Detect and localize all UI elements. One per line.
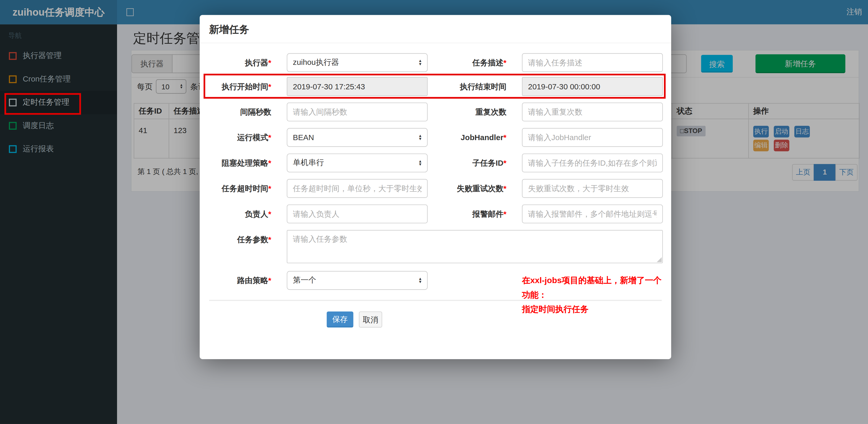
alarm-email-label: 报警邮件*	[429, 204, 506, 223]
glue-type-select[interactable]: BEAN ▲▼	[287, 128, 428, 147]
fail-retry-input[interactable]	[522, 179, 663, 198]
executor-select[interactable]: zuihou执行器 ▲▼	[287, 53, 428, 72]
start-time-input[interactable]	[287, 77, 428, 96]
block-strategy-label: 阻塞处理策略*	[200, 153, 271, 172]
job-handler-label: JobHandler*	[429, 128, 506, 147]
executor-label: 执行器*	[200, 53, 271, 72]
start-time-label: 执行开始时间*	[200, 77, 271, 96]
feature-note: 在xxl-jobs项目的基础上，新增了一个功能： 指定时间执行任务	[522, 273, 667, 317]
author-label: 负责人*	[200, 204, 271, 223]
route-strategy-label: 路由策略*	[200, 271, 271, 290]
child-job-id-label: 子任务ID*	[429, 153, 506, 172]
end-time-label: 执行结束时间	[429, 77, 506, 96]
select-caret-icon: ▲▼	[418, 134, 422, 141]
author-input[interactable]	[287, 204, 428, 223]
modal-footer-divider	[209, 300, 661, 301]
select-caret-icon: ▲▼	[418, 59, 422, 66]
resize-handle-icon[interactable]	[657, 257, 662, 262]
route-strategy-select[interactable]: 第一个 ▲▼	[287, 271, 428, 290]
add-task-modal: 新增任务 执行器* zuihou执行器 ▲▼ 任务描述* 执行开始时间* 执行结…	[200, 15, 671, 359]
timeout-input[interactable]	[287, 179, 428, 198]
job-desc-input[interactable]	[522, 53, 663, 72]
child-job-id-input[interactable]	[522, 153, 663, 172]
repeat-count-label: 重复次数	[429, 103, 506, 121]
timeout-label: 任务超时时间*	[200, 179, 271, 198]
repeat-count-input[interactable]	[522, 103, 663, 121]
job-param-textarea[interactable]	[287, 230, 663, 263]
select-caret-icon: ▲▼	[418, 277, 422, 284]
end-time-input[interactable]	[522, 77, 663, 96]
job-desc-label: 任务描述*	[429, 53, 506, 72]
modal-title: 新增任务	[209, 23, 249, 36]
job-handler-input[interactable]	[522, 128, 663, 147]
modal-header-divider	[200, 43, 671, 43]
fail-retry-label: 失败重试次数*	[429, 179, 506, 198]
feature-note-line2: 指定时间执行任务	[522, 302, 667, 317]
job-param-label: 任务参数*	[200, 230, 271, 249]
cancel-button[interactable]: 取消	[359, 312, 382, 328]
glue-type-label: 运行模式*	[200, 128, 271, 147]
interval-input[interactable]	[287, 103, 428, 121]
interval-label: 间隔秒数	[200, 103, 271, 121]
feature-note-line1: 在xxl-jobs项目的基础上，新增了一个功能：	[522, 273, 667, 302]
alarm-email-input[interactable]	[522, 204, 663, 223]
select-caret-icon: ▲▼	[418, 160, 422, 166]
save-button[interactable]: 保存	[327, 312, 353, 328]
app-stage: zuihou任务调度中心 注销 导航 执行器管理 Cron任务管理 定时任务管理…	[0, 0, 868, 424]
block-strategy-select[interactable]: 单机串行 ▲▼	[287, 153, 428, 172]
